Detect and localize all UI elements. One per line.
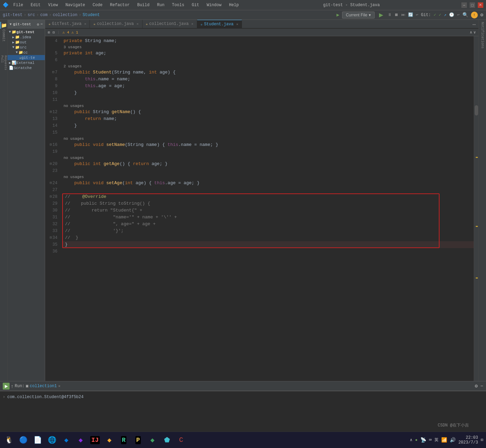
close-button[interactable]: ✕ <box>478 2 483 8</box>
git-clock-icon[interactable]: 🕐 <box>449 12 454 17</box>
tray-up-icon[interactable]: ∧ <box>410 437 412 443</box>
toolbar-icon3[interactable]: ⏭ <box>401 12 405 17</box>
current-file-dropdown[interactable]: Current File ▾ <box>342 12 375 18</box>
git-check1-icon[interactable]: ✓ <box>434 12 436 17</box>
breadcrumb-com[interactable]: com <box>40 13 48 17</box>
tree-item-cc[interactable]: ▼ 📁 cc <box>8 50 45 55</box>
taskbar-rider-icon[interactable]: R <box>118 434 130 446</box>
menu-help[interactable]: Help <box>226 2 242 8</box>
toolbar-icon1[interactable]: ⏸ <box>388 12 392 17</box>
tab-collection-close[interactable]: ✕ <box>137 22 139 26</box>
menu-git[interactable]: Git <box>189 2 202 8</box>
menu-view[interactable]: View <box>45 2 61 8</box>
scrollbar-thumb[interactable] <box>475 105 478 116</box>
toolbar-unfold-icon[interactable]: ⊟ <box>53 30 55 35</box>
student-file-icon: ☕ <box>19 55 22 60</box>
editor-scrollbar[interactable] <box>474 36 478 381</box>
run-up-button[interactable]: ↑ <box>11 383 13 389</box>
breadcrumb-src[interactable]: src <box>28 13 35 17</box>
maximize-button[interactable]: □ <box>470 2 475 8</box>
run-panel-tab-name[interactable]: collection1 <box>30 384 57 389</box>
settings-icon[interactable]: ⚙ <box>481 12 483 18</box>
toolbar-fold-icon[interactable]: ⊞ <box>48 30 50 35</box>
taskbar-doc-icon[interactable]: 📄 <box>31 434 44 446</box>
notification-circle[interactable]: ! <box>471 12 478 18</box>
taskbar-teal-icon[interactable]: ⬟ <box>161 434 173 446</box>
nav-up-icon[interactable]: ∧ <box>470 30 472 35</box>
tray-extra-icon[interactable]: ⊡ <box>481 437 483 443</box>
menu-refactor[interactable]: Refactor <box>107 2 133 8</box>
search-icon[interactable]: 🔍 <box>462 12 468 18</box>
code-area[interactable]: private String name; 3 usages private in… <box>62 36 474 381</box>
toolbar-icon2[interactable]: ⏹ <box>394 12 399 17</box>
breadcrumb-project[interactable]: git-test <box>3 13 23 17</box>
tree-item-src[interactable]: ▼ 📁 src <box>8 45 45 50</box>
sidebar-gear-icon[interactable]: ⚙ <box>37 22 39 27</box>
fold-28-icon[interactable]: ⊟ <box>50 193 52 200</box>
fold-16-icon[interactable]: ⊟ <box>50 141 52 148</box>
tab-student-close[interactable]: ✕ <box>236 22 238 26</box>
code-line-35: } <box>62 241 474 248</box>
tab-student[interactable]: ☕ Student.java ✕ <box>197 20 242 28</box>
sidebar-minus-icon[interactable]: − <box>40 22 43 26</box>
src-folder-icon: 📁 <box>15 45 20 50</box>
expand-icon[interactable]: ▼ <box>10 23 12 26</box>
activity-commit-icon[interactable]: Commit <box>0 32 7 39</box>
run-green-button[interactable]: ▶ <box>3 383 10 390</box>
tree-item-idea[interactable]: ▶ 📁 .idea <box>8 35 45 40</box>
gutter-7: ⊟7 <box>45 69 59 76</box>
fold-12-icon[interactable]: ⊟ <box>50 109 52 116</box>
taskbar-vscode-icon[interactable]: ◆ <box>60 434 72 446</box>
run-settings-icon[interactable]: ⚙ <box>475 383 477 389</box>
menu-window[interactable]: Window <box>204 2 224 8</box>
minimize-button[interactable]: − <box>461 2 467 8</box>
folder-icon-root: 📁 <box>12 30 16 34</box>
activity-project-icon[interactable]: 📁 <box>0 22 7 29</box>
tray-lang-icon[interactable]: 英 <box>434 437 438 443</box>
tree-item-out[interactable]: ▶ 📁 out <box>8 40 45 45</box>
breadcrumb-file[interactable]: Student <box>83 13 100 17</box>
tab-collection[interactable]: ☕ collection.java ✕ <box>90 20 142 28</box>
taskbar-green-icon[interactable]: ◆ <box>146 434 159 446</box>
taskbar-idea-icon[interactable]: IJ <box>89 434 101 446</box>
menu-navigate[interactable]: Navigate <box>63 2 88 8</box>
breadcrumb-collection[interactable]: collection <box>53 13 77 17</box>
activity-pull-icon[interactable]: Pull Requests <box>0 59 7 66</box>
tab-collection1-close[interactable]: ✕ <box>191 22 193 26</box>
toolbar-icon4[interactable]: 🔄 <box>408 12 413 17</box>
toolbar-icon5[interactable]: ↩ <box>416 12 418 17</box>
fold-20-icon[interactable]: ⊟ <box>50 161 52 167</box>
menu-build[interactable]: Build <box>134 2 152 8</box>
menu-edit[interactable]: Edit <box>28 2 43 8</box>
git-arrow-icon[interactable]: ↗ <box>444 12 446 17</box>
tree-item-scratch[interactable]: 📄 Scratche <box>8 65 45 70</box>
menu-run[interactable]: Run <box>154 2 167 8</box>
tab-collection1[interactable]: ☕ collection1.java ✕ <box>143 20 197 28</box>
menu-code[interactable]: Code <box>90 2 105 8</box>
git-check2-icon[interactable]: ✓ <box>439 12 441 17</box>
taskbar-purple-icon[interactable]: ◆ <box>75 434 87 446</box>
taskbar-csdn-icon[interactable]: C <box>175 434 187 446</box>
run-tab-close-icon[interactable]: ✕ <box>58 384 60 388</box>
menu-file[interactable]: File <box>11 2 26 8</box>
taskbar-browser-icon[interactable]: 🌐 <box>46 434 58 446</box>
red-box-container: // @Override // public String toString()… <box>62 193 474 248</box>
tab-gittest-close[interactable]: ✕ <box>84 22 86 26</box>
fold-7-icon[interactable]: ⊟ <box>52 69 54 76</box>
tree-item-external[interactable]: ▶ 📊 External <box>8 60 45 65</box>
tab-more-icon[interactable]: ⋯ <box>470 21 478 28</box>
git-undo-icon[interactable]: ↩ <box>457 12 459 17</box>
menu-tools[interactable]: Tools <box>169 2 187 8</box>
fold-24-icon[interactable]: ⊟ <box>50 180 52 187</box>
taskbar-orange-icon[interactable]: ◆ <box>103 434 116 446</box>
taskbar-pycharm-icon[interactable]: P <box>132 434 144 446</box>
taskbar-start-icon[interactable]: 🐧 <box>3 434 15 446</box>
fold-34-icon[interactable]: ⊟ <box>50 234 52 241</box>
taskbar-files-icon[interactable]: 🔵 <box>17 434 29 446</box>
nav-down-icon[interactable]: ∨ <box>473 30 476 35</box>
tree-item-root[interactable]: ▼ 📁 git-test <box>8 29 45 35</box>
tree-item-student[interactable]: ☕ git-te <box>8 55 45 60</box>
run-collapse-icon[interactable]: − <box>481 383 483 389</box>
run-button[interactable]: ▶ <box>377 11 385 19</box>
tab-gittest[interactable]: ☕ GitTest.java ✕ <box>45 20 90 28</box>
